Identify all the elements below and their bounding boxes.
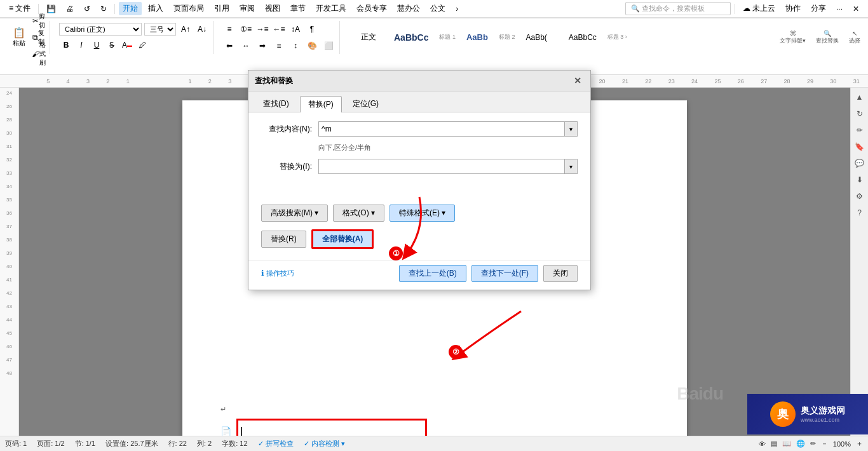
more-options[interactable]: ··· [832,3,846,15]
dialog-tab-find[interactable]: 查找(D) [255,95,297,112]
strikethrough-button[interactable]: S̶ [105,38,119,52]
advanced-search-button[interactable]: 高级搜索(M) ▾ [261,205,328,222]
close-dialog-button[interactable]: 关闭 [543,265,578,282]
paste-button[interactable]: 📋 粘贴 [9,22,29,53]
fill-button[interactable]: 🎨 [305,39,319,53]
styles-group: 正文 AaBbCc 标题 1 AaBb 标题 2 AaBb( AaBbCc 标题… [345,21,636,54]
spell-check[interactable]: ✓ 拼写检查 [258,439,294,448]
highlight-button[interactable]: 🖊 [135,38,149,52]
replace-input[interactable] [318,159,565,174]
sidebar-settings[interactable]: ⚙ [853,189,867,203]
select-button[interactable]: ↖ 选择 [846,29,863,46]
operation-tips-link[interactable]: 操作技巧 [261,269,294,278]
numbered-list-button[interactable]: ①≡ [239,22,253,36]
share-btn[interactable]: 分享 [807,2,830,15]
text-layout-button[interactable]: ⌘ 文字排版▾ [777,29,808,46]
close-window[interactable]: ✕ [849,3,863,15]
search-bar[interactable]: 🔍 查找命令，搜索模板 [625,2,731,15]
page-number: 页码: 1 [5,439,27,448]
indent-decrease-button[interactable]: ←≡ [272,22,286,36]
sidebar-edit[interactable]: ✏ [853,123,867,137]
find-replace-button[interactable]: 🔍 查找替换 [813,29,841,46]
highlighted-text-box[interactable] [236,419,427,436]
cloud-sync[interactable]: ☁ 未上云 [739,2,779,15]
content-check[interactable]: ✓ 内容检测 ▾ [304,439,345,448]
format-button[interactable]: 格式(O) ▾ [333,205,384,222]
sort-button[interactable]: ↕A [288,22,302,36]
para-settings-button[interactable]: ¶ [305,22,319,36]
menu-member[interactable]: 会员专享 [353,2,391,15]
menu-insert[interactable]: 插入 [144,2,167,15]
menu-gongwen[interactable]: 公文 [426,2,449,15]
decrease-font-button[interactable]: A↓ [195,22,209,36]
list-button[interactable]: ≡ [222,22,236,36]
style-normal[interactable]: 正文 [354,29,383,46]
view-reading[interactable]: 📖 [782,440,791,448]
zoom-in[interactable]: ＋ [856,439,863,448]
style-h2[interactable]: AaBb [459,29,495,45]
menu-reference[interactable]: 引用 [210,2,233,15]
collaborate-btn[interactable]: 协作 [782,2,804,15]
line-spacing-button[interactable]: ↕ [288,39,302,53]
align-right-button[interactable]: ➡ [255,39,269,53]
menu-chapter[interactable]: 章节 [287,2,309,15]
toolbar-print[interactable]: 🖨 [62,3,78,15]
sidebar-refresh[interactable]: ↻ [853,107,867,121]
toolbar-save[interactable]: 💾 [43,3,60,15]
position: 设置值: 25.7厘米 [105,439,158,448]
sidebar-help[interactable]: ? [853,206,867,220]
font-name-select[interactable]: Calibri (正文) [59,23,142,36]
align-left-button[interactable]: ⬅ [222,39,236,53]
justify-button[interactable]: ≡ [272,39,286,53]
dialog-tab-replace[interactable]: 替换(P) [300,96,342,112]
sidebar-scroll-up[interactable]: ▲ [853,90,867,104]
dialog-tab-goto[interactable]: 定位(G) [344,95,387,112]
color-picker-button[interactable]: A▬ [120,38,134,52]
font-size-select[interactable]: 三号 [144,23,176,36]
increase-font-button[interactable]: A↑ [179,22,193,36]
page-count: 页面: 1/2 [37,439,64,448]
underline-button[interactable]: U [90,38,104,52]
menu-file[interactable]: ≡ 文件 [5,2,34,15]
replace-input-dropdown[interactable]: ▾ [565,159,578,174]
indent-increase-button[interactable]: →≡ [255,22,269,36]
view-web[interactable]: 🌐 [796,440,805,448]
format-painter-button[interactable]: 🖌 格式刷 [32,47,46,61]
find-input-dropdown[interactable]: ▾ [565,121,578,137]
dialog-tabs: 查找(D) 替换(P) 定位(G) [248,91,590,112]
toolbar-undo[interactable]: ↺ [80,3,94,15]
border-button[interactable]: ⬜ [322,39,336,53]
menu-more[interactable]: › [452,3,462,15]
menu-review[interactable]: 审阅 [236,2,259,15]
find-input-wrap: ▾ [318,121,578,137]
menu-bar: ≡ 文件 💾 🖨 ↺ ↻ 开始 插入 页面布局 引用 审阅 视图 章节 开发工具… [0,0,868,18]
menu-layout[interactable]: 页面布局 [170,2,208,15]
zoom-out[interactable]: － [821,439,828,448]
menu-devtools[interactable]: 开发工具 [312,2,350,15]
find-next-button[interactable]: 查找下一处(F) [471,265,538,282]
menu-start[interactable]: 开始 [119,2,142,15]
sidebar-comment[interactable]: 💬 [853,156,867,170]
style-h1[interactable]: AaBbCc [387,29,435,46]
italic-button[interactable]: I [74,38,88,52]
replace-all-button[interactable]: 全部替换(A) [311,229,374,249]
style-h1-label: 标题 1 [439,33,456,41]
dialog-close-button[interactable]: ✕ [571,74,584,87]
sidebar-bookmark[interactable]: 🔖 [853,140,867,154]
sidebar-download[interactable]: ⬇ [853,173,867,187]
menu-view[interactable]: 视图 [261,2,284,15]
bold-button[interactable]: B [59,38,73,52]
logo-area: 奥 奥义游戏网 www.aoe1.com [747,394,868,434]
style-h3b[interactable]: AaBbCc [562,30,604,45]
find-prev-button[interactable]: 查找上一处(B) [399,265,466,282]
cut-button[interactable]: ✂ 剪切 [32,14,46,28]
special-format-button[interactable]: 特殊格式(E) ▾ [390,205,455,222]
menu-huibangong[interactable]: 慧办公 [393,2,424,15]
find-input[interactable] [318,121,565,137]
replace-button[interactable]: 替换(R) [261,231,306,248]
style-h3[interactable]: AaBb( [519,30,553,45]
view-edit[interactable]: ✏ [810,440,816,448]
toolbar-redo[interactable]: ↻ [97,3,111,15]
align-center-button[interactable]: ↔ [239,39,253,53]
view-normal[interactable]: ▤ [771,440,777,448]
